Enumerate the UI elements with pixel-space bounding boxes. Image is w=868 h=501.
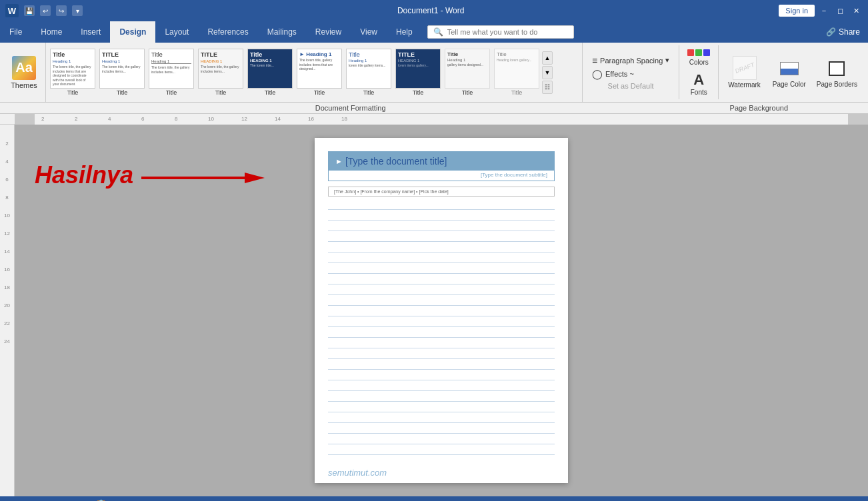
colors-button[interactable]: Colors [683,47,714,69]
colors-label: Colors [689,59,709,66]
tab-help[interactable]: Help [387,21,422,43]
customize-icon[interactable]: ▾ [72,5,83,16]
tab-view[interactable]: View [351,21,387,43]
share-button[interactable]: 🔗 Share [826,21,868,43]
style-preview-5: Title HEADING 1 The lorem title... [247,49,293,89]
style-item-6[interactable]: ► Heading 1 The lorem title, gallery inc… [295,47,343,99]
style-preview-9: Title Heading 1 gallery items designed..… [445,49,490,89]
annotation: Hasilnya [35,161,265,189]
redo-icon[interactable]: ↪ [56,5,67,16]
doc-line-7 [328,263,555,274]
sign-in-button[interactable]: Sign in [779,5,815,17]
style-item-10[interactable]: Title Heading lorem gallery... Title [493,47,541,99]
style-item-3[interactable]: Title Heading 1 The lorem title, the gal… [147,47,195,99]
ruler: 2 2 4 6 8 10 12 14 16 18 [0,114,868,125]
gallery-scroll: ▲ ▼ ☷ [541,51,554,94]
ribbon: File Home Insert Design Layout Reference… [0,21,868,103]
ribbon-content: Aa Themes Title Heading 1 The lorem titl… [0,43,868,103]
doc-title-text[interactable]: [Type the document title] [345,156,447,167]
ribbon-right-section: ≡ Paragraph Spacing ▾ ◯ Effects ~ Set as… [583,43,865,102]
doc-lines [328,199,555,455]
main-area: 24681012141618202224 Hasilnya ► [Type th… [0,125,868,496]
document-area: Hasilnya ► [Type the document title] [Ty… [15,125,868,496]
restore-button[interactable]: ◻ [833,4,847,17]
app-icon: W [5,4,19,17]
search-icon: 🔍 [433,27,443,37]
gallery-up[interactable]: ▲ [542,51,553,65]
doc-author-info[interactable]: [The John] • [From the company name] • [… [328,187,555,197]
doc-subtitle-text[interactable]: [Type the document subtitle] [329,171,554,181]
style-preview-2: TITLE Heading 1 The lorem title, the gal… [99,49,145,89]
save-icon[interactable]: 💾 [24,5,35,16]
document-formatting-label: Document Formatting Page Background [0,103,868,114]
close-button[interactable]: ✕ [849,4,863,17]
tab-insert[interactable]: Insert [71,21,110,43]
status-bar: Page 1 of 2 407 words 📋 English (United … [0,496,868,501]
effects-button[interactable]: ◯ Effects ~ [588,67,673,81]
style-item-normal[interactable]: Title Heading 1 The lorem title, the gal… [49,47,97,99]
tab-file[interactable]: File [0,21,31,43]
style-name-4: Title [215,89,227,96]
doc-line-10 [328,295,555,306]
style-item-2[interactable]: TITLE Heading 1 The lorem title, the gal… [98,47,146,99]
style-items: Title Heading 1 The lorem title, the gal… [49,45,541,100]
title-bar-left: W 💾 ↩ ↪ ▾ [5,4,83,17]
style-item-5[interactable]: Title HEADING 1 The lorem title... Title [246,47,294,99]
doc-line-16 [328,359,555,370]
doc-line-9 [328,284,555,295]
themes-button[interactable]: Aa Themes [7,55,41,91]
page-background-group: DRAFT Watermark Page Color [719,45,865,99]
document-format-group: ≡ Paragraph Spacing ▾ ◯ Effects ~ Set as… [583,45,679,99]
document-page: ► [Type the document title] [Type the do… [315,138,568,483]
style-item-4[interactable]: TITLE HEADING 1 The lorem title, the gal… [197,47,245,99]
doc-line-14 [328,338,555,348]
style-preview-6: ► Heading 1 The lorem title, gallery inc… [297,49,342,89]
style-name-2: Title [117,89,128,96]
tab-mailings[interactable]: Mailings [258,21,306,43]
title-bar-title: Document1 - Word [83,6,779,15]
doc-line-1 [328,199,555,210]
style-item-9[interactable]: Title Heading 1 gallery items designed..… [443,47,491,99]
minimize-button[interactable]: − [817,4,831,17]
tab-references[interactable]: References [198,21,257,43]
colors-fonts-group: Colors A Fonts [679,45,719,99]
doc-line-24 [328,444,555,455]
tab-home[interactable]: Home [31,21,71,43]
style-name-7: Title [363,89,375,96]
fonts-button[interactable]: A Fonts [683,70,714,99]
doc-line-15 [328,348,555,359]
ruler-inner: 2 2 4 6 8 10 12 14 16 18 [15,114,868,125]
page-borders-button[interactable]: Page Borders [813,54,861,91]
tab-layout[interactable]: Layout [155,21,198,43]
doc-line-21 [328,412,555,423]
doc-line-23 [328,434,555,444]
search-input[interactable] [447,28,567,36]
effects-label: Effects ~ [605,70,634,78]
doc-line-12 [328,316,555,327]
page-color-button[interactable]: Page Color [769,54,810,91]
doc-line-6 [328,252,555,263]
style-item-7[interactable]: Title Heading 1 lorem title gallery item… [345,47,393,99]
doc-title-block: ► [Type the document title] [Type the do… [328,151,555,181]
style-preview-normal: Title Heading 1 The lorem title, the gal… [50,49,95,89]
style-name-5: Title [265,89,276,96]
style-preview-3: Title Heading 1 The lorem title, the gal… [149,49,194,89]
undo-icon[interactable]: ↩ [40,5,51,16]
style-name-10: Title [511,89,523,96]
themes-section: Aa Themes [3,43,46,102]
watermark-icon: DRAFT [733,56,757,80]
themes-icon: Aa [12,56,36,80]
watermark-button[interactable]: DRAFT Watermark [723,53,766,91]
gallery-down[interactable]: ▼ [542,66,553,79]
set-default-button[interactable]: Set as Default [588,81,673,91]
watermark-label: Watermark [728,81,761,89]
style-preview-8: TITLE HEADING 1 lorem items gallery... [395,49,441,89]
tab-design[interactable]: Design [110,21,155,43]
style-name-normal: Title [67,89,79,96]
gallery-more[interactable]: ☷ [542,81,553,94]
title-bar-right: Sign in − ◻ ✕ [779,4,863,17]
paragraph-spacing-button[interactable]: ≡ Paragraph Spacing ▾ [588,54,673,67]
doc-line-4 [328,231,555,242]
style-item-8[interactable]: TITLE HEADING 1 lorem items gallery... T… [394,47,442,99]
tab-review[interactable]: Review [306,21,351,43]
